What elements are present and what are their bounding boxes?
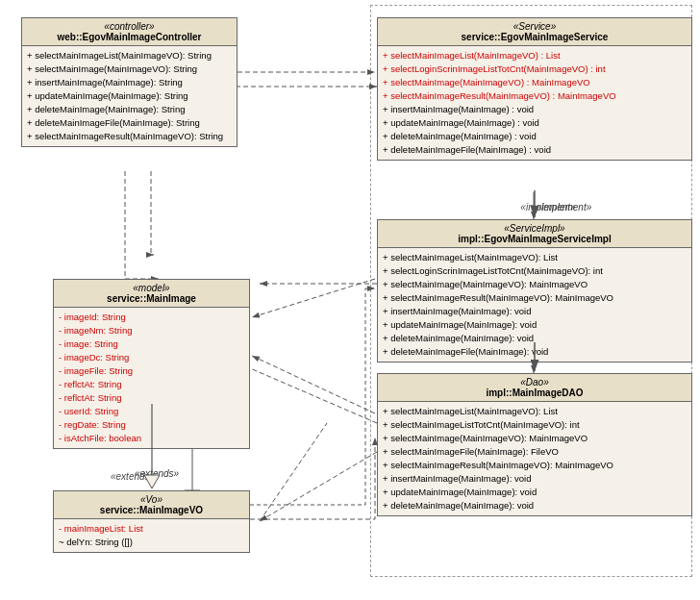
controller-classname: web::EgovMainImageController (27, 32, 232, 42)
service-box: «Service» service::EgovMainImageService … (377, 17, 692, 161)
extends-text: «extends» (111, 471, 155, 482)
svg-line-19 (252, 279, 375, 317)
svc-m7: + deleteMainImage(MainImage) : void (383, 130, 687, 143)
model-box: «model» service::MainImage - imageId: St… (53, 279, 250, 449)
dao-m2: + selectMainImageListTotCnt(MainImageVO)… (383, 418, 687, 432)
model-f1: - imageId: String (59, 311, 244, 324)
ctrl-m1: + selectMainImageList(MainImageVO): Stri… (27, 49, 232, 62)
ctrl-m2: + selectMainImage(MainImageVO): String (27, 62, 232, 76)
controller-header: «controller» web::EgovMainImageControlle… (22, 18, 237, 46)
vo-classname: service::MainImageVO (59, 505, 244, 515)
serviceimpl-box: «ServiceImpl» impl::EgovMainImageService… (377, 219, 692, 362)
model-f3: - image: String (59, 338, 244, 351)
ctrl-m5: + deleteMainImage(MainImage): String (27, 103, 232, 116)
model-f2: - imageNm: String (59, 324, 244, 338)
vo-header: «Vo» service::MainImageVO (54, 491, 249, 519)
simpl-m3: + selectMainImage(MainImageVO): MainImag… (383, 278, 687, 291)
ctrl-m6: + deleteMainImageFile(MainImage): String (27, 116, 232, 130)
model-f5: - imageFile: String (59, 364, 244, 378)
dao-m1: + selectMainImageList(MainImageVO): List (383, 405, 687, 418)
dao-body: + selectMainImageList(MainImageVO): List… (378, 402, 691, 515)
controller-box: «controller» web::EgovMainImageControlle… (21, 17, 238, 147)
serviceimpl-classname: impl::EgovMainImageServiceImpl (383, 234, 687, 244)
ctrl-m3: + insertMainImage(MainImage): String (27, 76, 232, 89)
svc-m3: + selectMainImage(MainImageVO) : MainIma… (383, 76, 687, 89)
dao-box: «Dao» impl::MainImageDAO + selectMainIma… (377, 373, 692, 516)
model-header: «model» service::MainImage (54, 280, 249, 308)
diagram-container: «implement» «extends» «controller» web::… (0, 0, 700, 600)
svc-m8: + deleteMainImageFile(MainImage) : void (383, 143, 687, 157)
dao-m4: + selectMainImageFile(MainImage): FileVO (383, 445, 687, 459)
model-f4: - imageDc: String (59, 351, 244, 364)
serviceimpl-header: «ServiceImpl» impl::EgovMainImageService… (378, 220, 691, 248)
simpl-m5: + insertMainImage(MainImage): void (383, 305, 687, 318)
model-stereotype: «model» (59, 283, 244, 293)
svc-m4: + selectMainImageResult(MainImageVO) : M… (383, 89, 687, 103)
vo-stereotype: «Vo» (59, 494, 244, 505)
dao-header: «Dao» impl::MainImageDAO (378, 374, 691, 402)
dao-m6: + insertMainImage(MainImage): void (383, 472, 687, 486)
simpl-m1: + selectMainImageList(MainImageVO): List (383, 251, 687, 264)
ctrl-m7: + selectMainImageResult(MainImageVO): St… (27, 130, 232, 143)
serviceimpl-stereotype: «ServiceImpl» (383, 223, 687, 234)
service-classname: service::EgovMainImageService (383, 32, 687, 42)
dao-classname: impl::MainImageDAO (383, 388, 687, 398)
model-classname: service::MainImage (59, 293, 244, 304)
implement-text: «implement» (510, 202, 587, 212)
model-body: - imageId: String - imageNm: String - im… (54, 308, 249, 448)
dao-m5: + selectMainImageResult(MainImageVO): Ma… (383, 459, 687, 472)
simpl-m6: + updateMainImage(MainImage): void (383, 318, 687, 332)
svg-line-13 (260, 452, 377, 521)
vo-box: «Vo» service::MainImageVO - mainImageLis… (53, 490, 250, 553)
svg-line-12 (260, 423, 327, 521)
model-f7: - reflctAt: String (59, 391, 244, 405)
simpl-m2: + selectLoginScrinImageListTotCnt(MainIm… (383, 264, 687, 278)
svc-m2: + selectLoginScrinImageListTotCnt(MainIm… (383, 62, 687, 76)
simpl-m7: + deleteMainImage(MainImage): void (383, 332, 687, 345)
simpl-m8: + deleteMainImageFile(MainImage): void (383, 345, 687, 359)
model-f10: - isAtchFile: boolean (59, 432, 244, 445)
svc-m6: + updateMainImage(MainImage) : void (383, 116, 687, 130)
ctrl-m4: + updateMainImage(MainImage): String (27, 89, 232, 103)
simpl-m4: + selectMainImageResult(MainImageVO): Ma… (383, 291, 687, 305)
vo-f2: ~ delYn: String ([]) (59, 536, 244, 549)
vo-f1: - mainImageList: List (59, 522, 244, 536)
controller-body: + selectMainImageList(MainImageVO): Stri… (22, 46, 237, 146)
model-f9: - regDate: String (59, 418, 244, 432)
model-f8: - userId: String (59, 405, 244, 418)
serviceimpl-body: + selectMainImageList(MainImageVO): List… (378, 248, 691, 362)
controller-stereotype: «controller» (27, 21, 232, 32)
service-header: «Service» service::EgovMainImageService (378, 18, 691, 46)
model-f6: - reflctAt: String (59, 378, 244, 391)
svc-m5: + insertMainImage(MainImage) : void (383, 103, 687, 116)
dao-m8: + deleteMainImage(MainImage): void (383, 499, 687, 512)
service-stereotype: «Service» (383, 21, 687, 32)
dao-m7: + updateMainImage(MainImage): void (383, 486, 687, 499)
dao-stereotype: «Dao» (383, 377, 687, 388)
vo-body: - mainImageList: List ~ delYn: String ([… (54, 519, 249, 552)
service-body: + selectMainImageList(MainImageVO) : Lis… (378, 46, 691, 160)
dao-m3: + selectMainImage(MainImageVO): MainImag… (383, 432, 687, 445)
svg-line-20 (252, 356, 375, 413)
svc-m1: + selectMainImageList(MainImageVO) : Lis… (383, 49, 687, 62)
